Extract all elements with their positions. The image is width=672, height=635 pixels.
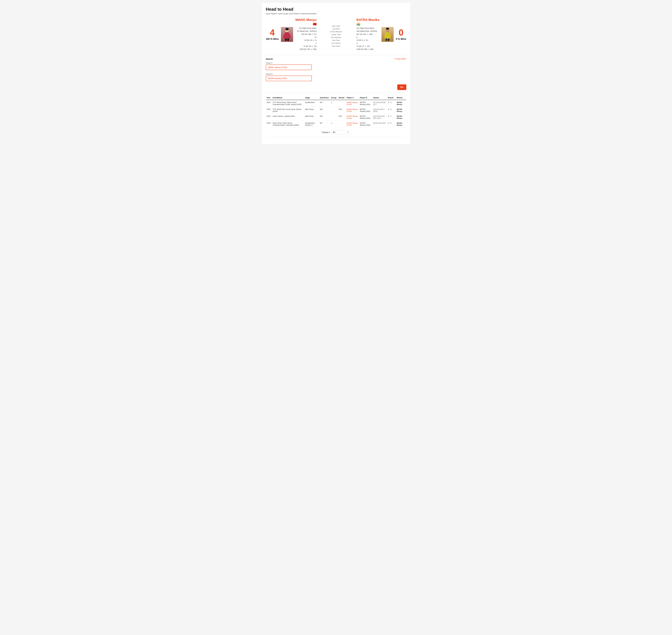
- cell-round: [338, 100, 346, 107]
- player-b-last-rank: #38 (Week/Year: 15/2024): [356, 30, 379, 33]
- cell-result: 3 - 1: [387, 100, 396, 107]
- player-b-section: 0 0 % Wins: [345, 18, 406, 51]
- col-sub-event: Sub-Event: [319, 95, 330, 100]
- cell-player-b: BATRA Manika (IND): [359, 121, 372, 127]
- table-header-row: Year EventName Stage Sub-Event Group Rou…: [266, 95, 406, 100]
- cell-event: ITTF World Tour Korea Open, Busan (KOR): [272, 107, 304, 114]
- search-header: Search: ↺ Clear filters: [266, 58, 406, 60]
- cell-result: 3 - 0: [387, 121, 396, 127]
- player-b-input-group: Player B: [266, 73, 406, 83]
- player-a-year-points: 1308 (W: 750, L: 558): [295, 48, 316, 51]
- results-table: Year EventName Stage Sub-Event Group Rou…: [266, 95, 406, 128]
- label-career-titles: Career Titles: [331, 34, 341, 36]
- col-year: Year: [266, 95, 272, 100]
- table-row: 2018 Asian Games, Jakarta (INA) Main Dra…: [266, 114, 406, 121]
- display-select[interactable]: 102550100: [331, 130, 350, 135]
- cell-winner: WANG Manyu: [396, 100, 406, 107]
- player-b-info: BATRA Manika 🇮🇳 28 | Right-Hand Attack #…: [356, 18, 379, 51]
- svg-rect-6: [386, 39, 387, 41]
- cell-player-b: BATRA Manika (IND): [359, 114, 372, 121]
- svg-rect-7: [388, 39, 390, 41]
- cell-year: 2024: [266, 100, 272, 107]
- label-year-games: Year Games: [331, 42, 341, 45]
- player-a-career-titles: 12: [295, 36, 316, 39]
- col-group: Group: [330, 95, 338, 100]
- player-a-score: 4: [270, 28, 275, 37]
- cell-result: 4 - 0: [387, 107, 396, 114]
- player-a-input-group: Player A: [266, 62, 406, 72]
- center-labels: Age | Style Last Rank Career Matches Car…: [328, 18, 344, 48]
- display-row: Display # 102550100: [266, 130, 406, 135]
- page-subtitle: Type Players' name to get a full Head to…: [266, 13, 406, 15]
- player-a-name: WANG Manyu: [295, 18, 316, 22]
- label-last-rank: Last Rank: [332, 27, 340, 30]
- cell-player-b: BATRA Manika (IND): [359, 100, 372, 107]
- player-b-career-matches: 637 (W: 391, L: 246): [356, 33, 379, 36]
- player-b-year-titles: 0: [356, 42, 379, 45]
- cell-year: 2018: [266, 121, 272, 127]
- cell-games: 11:8 11:4 11:7 13:11: [372, 107, 387, 114]
- cell-games: 11:3 11:8 13:15 11:7: [372, 100, 387, 107]
- cell-winner: WANG Manyu: [396, 107, 406, 114]
- cell-result: 4 - 1: [387, 114, 396, 121]
- col-result: Result: [387, 95, 396, 100]
- player-a-age-style: 25 | Right-Hand Attack: [295, 27, 316, 30]
- cell-games: 12:10 11:9 11:5: [372, 121, 387, 127]
- cell-winner: WANG Manyu: [396, 121, 406, 127]
- cell-stage: Qualification: [304, 100, 319, 107]
- label-year-matches: Year Matches: [331, 36, 341, 39]
- player-a-year-titles: 1: [295, 42, 316, 45]
- divider-1: [266, 55, 406, 55]
- cell-group: 1: [330, 100, 338, 107]
- cell-group: [330, 114, 338, 121]
- cell-sub-event: WT: [319, 121, 330, 127]
- cell-sub-event: WT: [319, 100, 330, 107]
- col-winner: Winner: [396, 95, 406, 100]
- player-b-year-matches: 18 (W: 9, L: 9): [356, 39, 379, 42]
- cell-winner: WANG Manyu: [396, 114, 406, 121]
- main-container: Head to Head Type Players' name to get a…: [262, 3, 411, 144]
- table-row: 2019 ITTF World Tour Korea Open, Busan (…: [266, 107, 406, 114]
- player-a-photo: [281, 27, 293, 42]
- cell-round: R16: [338, 114, 346, 121]
- label-age-style: Age | Style: [332, 25, 340, 27]
- player-b-score: 0: [399, 28, 403, 37]
- player-b-score-row: 0 0 % Wins: [356, 18, 406, 51]
- player-b-win-pct: 0 % Wins: [396, 38, 406, 41]
- col-stage: Stage: [304, 95, 319, 100]
- cell-stage: Qualification - Division 1: [304, 121, 319, 127]
- player-a-career-matches: 363 (W: 306, L: 57): [295, 33, 316, 36]
- cell-sub-event: WS: [319, 107, 330, 114]
- clear-filters-button[interactable]: ↺ Clear filters: [394, 58, 406, 60]
- go-button[interactable]: Go: [397, 84, 406, 90]
- cell-games: 11:2 11:8 11:8 6:11 11:4: [372, 114, 387, 121]
- cell-player-b: BATRA Manika (IND): [359, 107, 372, 114]
- player-a-year-matches: 18 (W: 16, L: 2): [295, 39, 316, 42]
- player-b-input[interactable]: [266, 75, 312, 81]
- player-b-name: BATRA Manika: [356, 18, 379, 22]
- cell-sub-event: WS: [319, 114, 330, 121]
- cell-year: 2018: [266, 114, 272, 121]
- player-b-year-points: 1296 (W: 660, L: 636): [356, 48, 379, 51]
- table-row: 2024 ITTF World Team Table Tennis Champi…: [266, 100, 406, 107]
- cell-player-a: WANG Manyu (CHN): [346, 100, 359, 107]
- page-title: Head to Head: [266, 7, 406, 12]
- player-a-input[interactable]: [266, 65, 312, 70]
- player-a-section: 4 100 % Wins: [266, 18, 327, 51]
- player-b-career-titles: 0: [356, 36, 379, 39]
- cell-year: 2019: [266, 107, 272, 114]
- player-a-info: WANG Manyu 🇨🇳 25 | Right-Hand Attack #2 …: [295, 18, 316, 51]
- svg-point-1: [285, 28, 289, 30]
- cell-player-a: WANG Manyu (CHN): [346, 107, 359, 114]
- cell-group: 1: [330, 121, 338, 127]
- cell-event: World Team Table Tennis Championships, H…: [272, 121, 304, 127]
- player-b-field-label: Player B: [266, 73, 406, 75]
- player-b-year-games: 70 (W: 37, L: 33): [356, 45, 379, 48]
- cell-round: R32: [338, 107, 346, 114]
- cell-player-a: WANG Manyu (CHN): [346, 121, 359, 127]
- player-a-win-pct: 100 % Wins: [266, 38, 279, 41]
- player-a-year-games: 73 (W: 53, L: 20): [295, 45, 316, 48]
- player-a-flag: 🇨🇳: [295, 22, 316, 26]
- player-a-score-row: 4 100 % Wins: [266, 18, 317, 51]
- player-b-age-style: 28 | Right-Hand Attack: [356, 27, 379, 30]
